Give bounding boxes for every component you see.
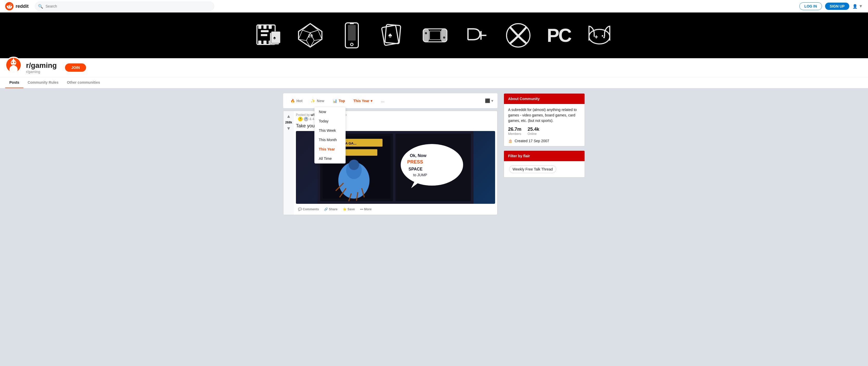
svg-point-30	[443, 36, 445, 38]
sort-top-button[interactable]: 📊 Top	[330, 97, 348, 105]
svg-rect-20	[348, 25, 356, 40]
filter-flair-body: Weekly Free Talk Thread	[504, 161, 585, 177]
dropdown-item-this-month[interactable]: This Month	[315, 135, 345, 144]
card-view-icon: ⬛	[485, 98, 490, 103]
logo-text: reddit	[16, 4, 29, 9]
banner-icon-xbox	[505, 22, 531, 48]
svg-text:SPACE: SPACE	[408, 167, 423, 171]
search-input[interactable]	[35, 2, 214, 11]
about-community-card: About Community A subreddit for (almost)…	[504, 93, 585, 146]
banner-icon-mobile	[339, 22, 365, 48]
created-row: 🎂 Created 17 Sep 2007	[508, 139, 580, 143]
award-gold: 🏅	[298, 117, 303, 122]
svg-rect-4	[269, 25, 272, 29]
banner-icon-playstation	[464, 22, 490, 48]
svg-rect-9	[261, 34, 267, 36]
sort-more-button[interactable]: ...	[378, 96, 388, 105]
svg-point-41	[11, 62, 13, 63]
banner-icon-film: ♠	[256, 22, 282, 48]
sort-new-button[interactable]: ✨ New	[308, 97, 328, 105]
view-toggle[interactable]: ⬛ ▾	[485, 98, 493, 103]
filter-flair-header: Filter by flair	[504, 151, 585, 161]
community-stats: 26.7m Members 25.4k Online	[508, 127, 580, 136]
banner-icon-switch	[422, 22, 448, 48]
subreddit-header: r/gaming r/gaming JOIN Posts Community R…	[0, 58, 868, 88]
view-chevron-icon: ▾	[491, 98, 493, 103]
sort-dropdown: Now Today This Week This Month This Year…	[314, 107, 346, 164]
svg-text:PRESS: PRESS	[407, 159, 423, 165]
svg-point-55	[349, 160, 359, 170]
dropdown-item-today[interactable]: Today	[315, 117, 345, 126]
share-button[interactable]: 🔗 Share	[322, 206, 340, 213]
sidebar: About Community A subreddit for (almost)…	[504, 93, 585, 215]
online-count: 25.4k	[528, 127, 539, 132]
members-count: 26.7m	[508, 127, 521, 132]
sort-period-button[interactable]: This Year ▾	[350, 97, 375, 105]
banner-icon-controller	[586, 22, 612, 48]
svg-text:20: 20	[308, 34, 313, 38]
user-avatar-icon: 👤	[852, 4, 858, 9]
svg-marker-14	[303, 24, 318, 33]
sort-hot-button[interactable]: 🔥 Hot	[287, 97, 306, 105]
user-menu-chevron: ▼	[859, 4, 863, 8]
svg-text:to JUMP: to JUMP	[413, 173, 427, 177]
nav-other-communities[interactable]: Other communities	[63, 77, 104, 88]
community-description: A subreddit for (almost) anything relate…	[508, 107, 580, 124]
post-actions: 💬 Comments 🔗 Share ⭐ Save ••• More	[296, 206, 495, 213]
search-icon: 🔍	[38, 4, 43, 9]
online-label: Online	[528, 132, 539, 136]
svg-point-36	[602, 35, 603, 37]
svg-rect-5	[258, 40, 261, 44]
svg-point-42	[14, 62, 16, 63]
login-button[interactable]: LOG IN	[799, 2, 822, 10]
svg-text:♠: ♠	[273, 35, 276, 40]
dropdown-item-now[interactable]: Now	[315, 107, 345, 117]
members-label: Members	[508, 132, 521, 136]
signup-button[interactable]: SIGN UP	[825, 3, 849, 10]
comments-button[interactable]: 💬 Comments	[296, 206, 321, 213]
reddit-logo[interactable]: reddit	[5, 2, 29, 10]
search-bar: 🔍	[35, 2, 214, 11]
dropdown-item-this-year[interactable]: This Year	[315, 144, 345, 154]
filter-flair-card: Filter by flair Weekly Free Talk Thread	[504, 151, 585, 177]
svg-rect-8	[261, 30, 269, 32]
main-content: 🔥 Hot ✨ New 📊 Top This Year ▾ ... ⬛ ▾ No…	[278, 93, 590, 215]
flair-weekly-free-talk[interactable]: Weekly Free Talk Thread	[509, 165, 556, 173]
svg-point-44	[13, 59, 14, 60]
svg-point-62	[401, 144, 463, 186]
banner-icon-cards: ♠	[380, 22, 406, 48]
created-label: Created 17 Sep 2007	[515, 139, 549, 143]
svg-rect-3	[264, 25, 267, 29]
nav-community-rules[interactable]: Community Rules	[23, 77, 63, 88]
cake-icon: 🎂	[508, 139, 513, 143]
downvote-button[interactable]: ▼	[286, 125, 291, 132]
more-button[interactable]: ••• More	[358, 206, 374, 213]
hot-icon: 🔥	[290, 99, 295, 103]
svg-point-33	[589, 29, 610, 44]
vote-count: 268k	[285, 121, 292, 124]
award-silver: 🥈	[304, 117, 308, 122]
header-actions: LOG IN SIGN UP 👤 ▼	[799, 2, 863, 10]
svg-rect-22	[350, 23, 354, 24]
save-button[interactable]: ⭐ Save	[341, 206, 357, 213]
upvote-button[interactable]: ▲	[286, 113, 291, 120]
posts-area: 🔥 Hot ✨ New 📊 Top This Year ▾ ... ⬛ ▾ No…	[283, 93, 497, 215]
user-menu[interactable]: 👤 ▼	[852, 4, 863, 9]
svg-text:♠: ♠	[388, 31, 392, 39]
subreddit-nav: Posts Community Rules Other communities	[0, 77, 868, 88]
join-button[interactable]: JOIN	[65, 63, 86, 72]
subreddit-banner: ♠ 20 ♠	[0, 12, 868, 58]
svg-rect-28	[441, 29, 447, 42]
svg-rect-31	[430, 31, 440, 39]
members-stat: 26.7m Members	[508, 127, 521, 136]
site-header: reddit 🔍 LOG IN SIGN UP 👤 ▼	[0, 0, 868, 12]
dropdown-item-this-week[interactable]: This Week	[315, 126, 345, 135]
dropdown-item-all-time[interactable]: All Time	[315, 154, 345, 163]
top-icon: 📊	[333, 99, 337, 103]
nav-posts[interactable]: Posts	[5, 77, 23, 88]
new-icon: ✨	[311, 99, 315, 103]
online-stat: 25.4k Online	[528, 127, 539, 136]
svg-point-37	[603, 37, 605, 38]
sort-bar: 🔥 Hot ✨ New 📊 Top This Year ▾ ... ⬛ ▾ No…	[283, 93, 497, 108]
vote-column: ▲ 268k ▼	[283, 111, 294, 215]
